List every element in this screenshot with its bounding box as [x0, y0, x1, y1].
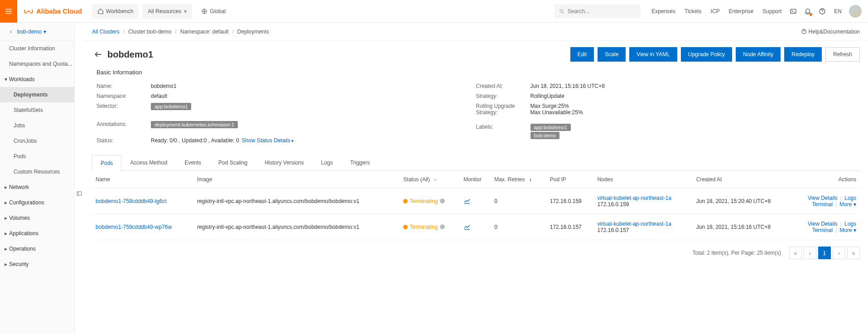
- col-status[interactable]: Status (All): [400, 171, 460, 189]
- pagination: Total: 2 item(s), Per Page: 25 item(s) «…: [84, 240, 868, 266]
- search-input[interactable]: [568, 8, 637, 15]
- col-name: Name: [92, 171, 193, 189]
- menu-toggle[interactable]: [0, 0, 17, 23]
- action-terminal[interactable]: Terminal: [812, 201, 833, 208]
- pager-info: Total: 2 item(s), Per Page: 25 item(s): [693, 250, 781, 256]
- hamburger-icon: [5, 7, 13, 15]
- node-link[interactable]: virtual-kubelet-ap-northeast-1a: [597, 221, 671, 227]
- top-link-icp[interactable]: ICP: [706, 8, 724, 15]
- action-more[interactable]: More ▾: [839, 227, 856, 233]
- sidebar-item-pods[interactable]: Pods: [0, 149, 74, 164]
- pager-last[interactable]: »: [847, 247, 860, 259]
- top-link-tickets[interactable]: Tickets: [680, 8, 706, 15]
- sidebar-group-configurations[interactable]: ▸Configurations: [0, 195, 74, 210]
- col-retries[interactable]: Max. Retries: [491, 171, 546, 189]
- caret-down-icon: ▾: [291, 138, 294, 143]
- refresh-button[interactable]: Refresh: [825, 47, 860, 62]
- all-resources-label: All Resources: [148, 8, 181, 15]
- col-actions: Actions: [792, 171, 860, 189]
- node-ip: 172.16.0.157: [597, 227, 629, 233]
- svg-point-4: [560, 9, 563, 12]
- action-view-details[interactable]: View Details: [808, 195, 838, 201]
- node-affinity-button[interactable]: Node Affinity: [736, 47, 781, 62]
- language-selector[interactable]: EN: [829, 8, 846, 15]
- action-logs[interactable]: Logs: [844, 221, 856, 227]
- action-logs[interactable]: Logs: [844, 195, 856, 201]
- cloud-shell-button[interactable]: [786, 8, 800, 15]
- workbench-button[interactable]: Workbench: [92, 4, 139, 19]
- brand-logo[interactable]: Alibaba Cloud: [17, 6, 88, 16]
- region-selector[interactable]: Global: [196, 4, 231, 19]
- top-link-expenses[interactable]: Expenses: [647, 8, 680, 15]
- pager-next[interactable]: ›: [833, 247, 845, 259]
- sidebar-group-applications[interactable]: ▸Applications: [0, 226, 74, 241]
- selector-tag: app:bobdemo1: [151, 103, 191, 110]
- pager-page-1[interactable]: 1: [818, 247, 831, 259]
- sidebar-item-jobs[interactable]: Jobs: [0, 118, 74, 133]
- chevron-down-icon: ▾: [184, 8, 187, 15]
- svg-rect-8: [77, 192, 81, 195]
- monitor-chart-icon[interactable]: [463, 223, 471, 230]
- cell-image: registry-intl-vpc.ap-northeast-1.aliyunc…: [193, 214, 400, 240]
- tab-pod-scaling[interactable]: Pod Scaling: [210, 155, 256, 170]
- tab-access-method[interactable]: Access Method: [121, 155, 176, 170]
- action-terminal[interactable]: Terminal: [812, 227, 833, 233]
- monitor-chart-icon[interactable]: [463, 197, 471, 204]
- user-avatar[interactable]: [849, 5, 862, 18]
- pager-prev[interactable]: ‹: [804, 247, 816, 259]
- node-link[interactable]: virtual-kubelet-ap-northeast-1a: [597, 195, 671, 201]
- chevron-icon: ▸: [3, 184, 9, 190]
- sidebar-item-custom-resources[interactable]: Custom Resources: [0, 164, 74, 179]
- sidebar-group-operations[interactable]: ▸Operations: [0, 241, 74, 257]
- info-icon[interactable]: [439, 198, 445, 204]
- sidebar-item-deployments[interactable]: Deployments: [0, 87, 74, 102]
- pod-name-link[interactable]: bobdemo1-759cdddb49-tg6ct: [96, 198, 167, 204]
- sidebar-group-volumes[interactable]: ▸Volumes: [0, 210, 74, 226]
- info-icon[interactable]: [439, 224, 445, 230]
- svg-line-5: [563, 12, 564, 13]
- notifications-button[interactable]: [800, 8, 815, 15]
- global-search[interactable]: [555, 5, 641, 18]
- tab-events[interactable]: Events: [176, 155, 210, 170]
- show-status-details-link[interactable]: Show Status Details▾: [242, 137, 294, 144]
- pods-table: Name Image Status (All) Monitor Max. Ret…: [92, 171, 860, 240]
- help-documentation-link[interactable]: Help&Documentation: [801, 29, 860, 35]
- label-status: Status:: [96, 137, 151, 144]
- sidebar-back[interactable]: bob-demo ▾: [0, 23, 74, 41]
- workbench-label: Workbench: [106, 8, 133, 15]
- upgrade-policy-button[interactable]: Upgrade Policy: [681, 47, 732, 62]
- svg-rect-6: [791, 9, 796, 13]
- action-view-details[interactable]: View Details: [808, 221, 838, 227]
- tab-triggers[interactable]: Triggers: [342, 155, 379, 170]
- cell-image: registry-intl-vpc.ap-northeast-1.aliyunc…: [193, 189, 400, 214]
- sidebar-group-workloads[interactable]: ▾Workloads: [0, 72, 74, 87]
- pager-first[interactable]: «: [789, 247, 802, 259]
- sidebar-item-cronjobs[interactable]: CronJobs: [0, 133, 74, 149]
- crumb-all-clusters[interactable]: All Clusters: [92, 29, 120, 35]
- edit-button[interactable]: Edit: [570, 47, 594, 62]
- search-icon: [559, 8, 564, 15]
- pod-name-link[interactable]: bobdemo1-759cdddb49-wp76w: [96, 224, 172, 230]
- tab-pods[interactable]: Pods: [92, 155, 121, 171]
- tab-history-versions[interactable]: History Versions: [256, 155, 313, 170]
- sidebar-group-security[interactable]: ▸Security: [0, 257, 74, 272]
- sidebar-item-namespaces-and-quota-[interactable]: Namespaces and Quota...: [0, 56, 74, 72]
- value-rolling: Max Surge:25%Max Unavailable:25%: [530, 103, 583, 116]
- back-button[interactable]: [92, 48, 105, 61]
- action-more[interactable]: More ▾: [839, 201, 856, 208]
- chevron-icon: ▸: [3, 246, 9, 252]
- help-button[interactable]: [815, 8, 829, 15]
- sidebar-item-statefulsets[interactable]: StatefulSets: [0, 102, 74, 118]
- scale-button[interactable]: Scale: [598, 47, 626, 62]
- all-resources-dropdown[interactable]: All Resources ▾: [142, 4, 192, 19]
- tab-logs[interactable]: Logs: [313, 155, 342, 170]
- collapse-sidebar-icon[interactable]: [76, 190, 82, 197]
- globe-icon: [201, 8, 207, 15]
- sidebar-group-network[interactable]: ▸Network: [0, 179, 74, 195]
- label-selector: Selector:: [96, 103, 151, 109]
- sidebar-item-cluster-information[interactable]: Cluster Information: [0, 41, 74, 56]
- top-link-enterprise[interactable]: Enterprise: [724, 8, 758, 15]
- redeploy-button[interactable]: Redeploy: [784, 47, 822, 62]
- top-link-support[interactable]: Support: [758, 8, 786, 15]
- view-yaml-button[interactable]: View in YAML: [629, 47, 677, 62]
